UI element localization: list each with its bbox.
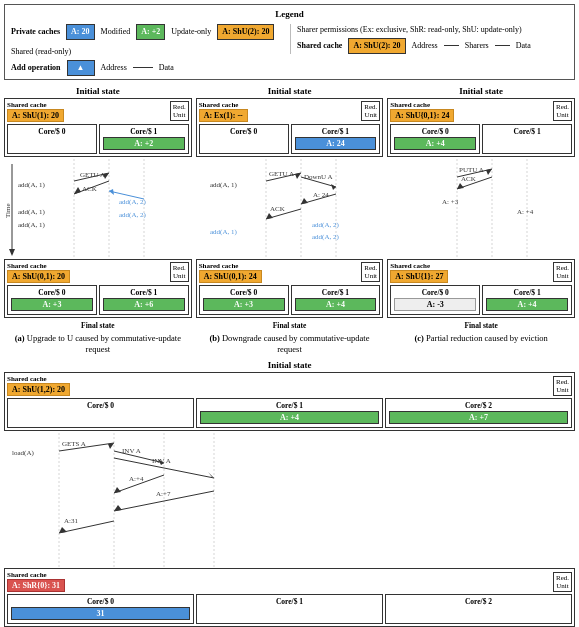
modified-label: Modified	[101, 26, 131, 38]
diag-c-final: Shared cache A: ShU{1}: 27 Red.Unit Core…	[387, 259, 575, 318]
diag-b-core1-init: Core/$ 1 A: 24	[291, 124, 381, 154]
diag-b-shared-val: A: Ex(1): --	[199, 109, 248, 122]
diag-c-initial: Shared cache A: ShU{0,1}: 24 Red.Unit Co…	[387, 98, 575, 157]
svg-text:A: 24: A: 24	[313, 191, 329, 199]
diag-c-red-unit: Red.Unit	[553, 101, 572, 121]
diag-d-core2-init: Core/$ 2 A: +7	[385, 398, 572, 428]
diag-c-core0-init: Core/$ 0 A: +4	[390, 124, 480, 154]
svg-text:INV A: INV A	[122, 447, 141, 455]
diag-b-title: Initial state	[268, 86, 312, 96]
update-label: Update-only	[171, 26, 211, 38]
diag-a-seq: Time add(A, 1) add(A, 1) add(A, 1) GETU …	[4, 159, 192, 259]
bottom-diagram-row: Initial state Shared cache A: ShU(1,2): …	[4, 360, 575, 627]
diag-b-final: Shared cache A: ShU(0,1): 24 Red.Unit Co…	[196, 259, 384, 318]
diag-c-final-core0: Core/$ 0 A: -3	[390, 285, 480, 315]
legend-title: Legend	[11, 8, 568, 22]
svg-text:ACK: ACK	[82, 185, 97, 193]
svg-marker-55	[108, 443, 114, 449]
diag-b-caption: (b) Downgrade caused by commutative-upda…	[200, 333, 380, 357]
private-caches-label: Private caches	[11, 26, 60, 38]
diag-a-final-label: Final state	[81, 321, 115, 330]
diag-d-svg: load(A) GETS A INV A INV A A:+4	[4, 433, 234, 568]
diag-d-final-core1: Core/$ 1	[196, 594, 383, 624]
svg-text:GETU A: GETU A	[269, 170, 294, 178]
diagram-c: Initial state Shared cache A: ShU{0,1}: …	[387, 86, 575, 357]
svg-text:GETS A: GETS A	[62, 440, 86, 448]
svg-text:add(A, 1): add(A, 1)	[210, 181, 237, 189]
diag-d-final-core2: Core/$ 2	[385, 594, 572, 624]
diagram-d: Initial state Shared cache A: ShU(1,2): …	[4, 360, 575, 627]
diagram-a: Initial state Shared cache A: ShU(1): 20…	[4, 86, 192, 357]
diag-b-red-unit: Red.Unit	[361, 101, 380, 121]
diag-a-title: Initial state	[76, 86, 120, 96]
svg-text:add(A, 1): add(A, 1)	[18, 221, 45, 229]
svg-marker-33	[266, 213, 273, 219]
shared-cache-legend-badge: A: ShU(2): 20	[348, 38, 405, 54]
diag-d-final-core0-val: 31	[11, 607, 190, 620]
svg-text:GETU A: GETU A	[80, 171, 105, 179]
svg-marker-42	[486, 169, 492, 175]
diag-a-svg: Time add(A, 1) add(A, 1) add(A, 1) GETU …	[4, 159, 189, 259]
svg-text:A: +3: A: +3	[442, 198, 459, 206]
diag-a-initial: Shared cache A: ShU(1): 20 Red.Unit Core…	[4, 98, 192, 157]
diag-b-core1-val: A: 24	[295, 137, 377, 150]
diag-b-core0-init: Core/$ 0	[199, 124, 289, 154]
svg-text:add(A, 2): add(A, 2)	[312, 221, 339, 229]
diag-a-final: Shared cache A: ShU(0,1): 20 Red.Unit Co…	[4, 259, 192, 318]
diagram-b: Initial state Shared cache A: Ex(1): -- …	[196, 86, 384, 357]
diag-b-final-core0: Core/$ 0 A: +3	[199, 285, 289, 315]
diag-d-red-unit: Red.Unit	[553, 376, 572, 396]
diag-b-final-red-unit: Red.Unit	[361, 262, 380, 282]
svg-text:Time: Time	[4, 203, 12, 218]
diag-c-final-red-unit: Red.Unit	[553, 262, 572, 282]
diag-d-title: Initial state	[268, 360, 312, 370]
svg-text:ACK: ACK	[270, 205, 285, 213]
diag-c-final-core1: Core/$ 1 A: +4	[482, 285, 572, 315]
diag-d-final: Shared cache A: ShR{0}: 31 Red.Unit Core…	[4, 568, 575, 627]
diag-c-seq: PUTU A ACK A: +3 A: +4	[387, 159, 575, 259]
svg-text:PUTU A: PUTU A	[459, 166, 484, 174]
svg-text:INV A: INV A	[152, 457, 171, 465]
svg-text:add(A, 1): add(A, 1)	[210, 228, 237, 236]
diag-c-final-core0-badge: A: -3	[394, 298, 476, 311]
address2-legend: Address	[412, 40, 438, 52]
diag-d-final-core0: Core/$ 0 31	[7, 594, 194, 624]
diag-b-final-shared-val: A: ShU(0,1): 24	[199, 270, 262, 283]
diag-a-core1-init: Core/$ 1 A: +2	[99, 124, 189, 154]
diag-a-core1-badge: A: +2	[103, 137, 185, 150]
add-badge: ▲	[67, 60, 95, 76]
diag-b-final-core0-badge: A: +3	[203, 298, 285, 311]
address-legend: Address	[101, 62, 127, 74]
svg-text:A:+4: A:+4	[129, 475, 144, 483]
svg-text:DownU A: DownU A	[304, 173, 333, 181]
diag-d-initial: Shared cache A: ShU(1,2): 20 Red.Unit Co…	[4, 372, 575, 431]
svg-text:add(A, 1): add(A, 1)	[18, 181, 45, 189]
diag-a-final-red-unit: Red.Unit	[170, 262, 189, 282]
diag-d-core0-init: Core/$ 0	[7, 398, 194, 428]
diag-c-caption: (c) Partial reduction caused by eviction	[415, 333, 548, 345]
diag-c-final-shared-val: A: ShU{1}: 27	[390, 270, 448, 283]
svg-marker-70	[59, 527, 67, 533]
svg-marker-24	[295, 173, 301, 179]
diag-a-final-core0-badge: A: +3	[11, 298, 93, 311]
legend-box: Legend Private caches A: 20 Modified A: …	[4, 4, 575, 80]
diag-d-core1-init: Core/$ 1 A: +4	[196, 398, 383, 428]
svg-marker-13	[74, 187, 81, 194]
diag-c-title: Initial state	[459, 86, 503, 96]
diag-b-svg: add(A, 1) GETU A DownU A A: 24 ACK add	[196, 159, 381, 259]
svg-text:A: +4: A: +4	[517, 208, 534, 216]
svg-marker-45	[457, 183, 464, 189]
svg-marker-64	[114, 487, 121, 493]
svg-marker-1	[9, 249, 15, 256]
diag-a-final-core0: Core/$ 0 A: +3	[7, 285, 97, 315]
data2-legend: Data	[516, 40, 531, 52]
diag-b-initial: Shared cache A: Ex(1): -- Red.Unit Core/…	[196, 98, 384, 157]
svg-text:add(A, 1): add(A, 1)	[18, 208, 45, 216]
shared-badge: A: ShU(2): 20	[217, 24, 274, 40]
diag-d-final-shared-val: A: ShR{0}: 31	[7, 579, 65, 592]
data-legend: Data	[159, 62, 174, 74]
diag-d-core1-badge: A: +4	[200, 411, 379, 424]
diag-d-core2-badge: A: +7	[389, 411, 568, 424]
svg-text:ACK: ACK	[461, 175, 476, 183]
diag-a-final-shared-label: Shared cache	[7, 262, 70, 270]
